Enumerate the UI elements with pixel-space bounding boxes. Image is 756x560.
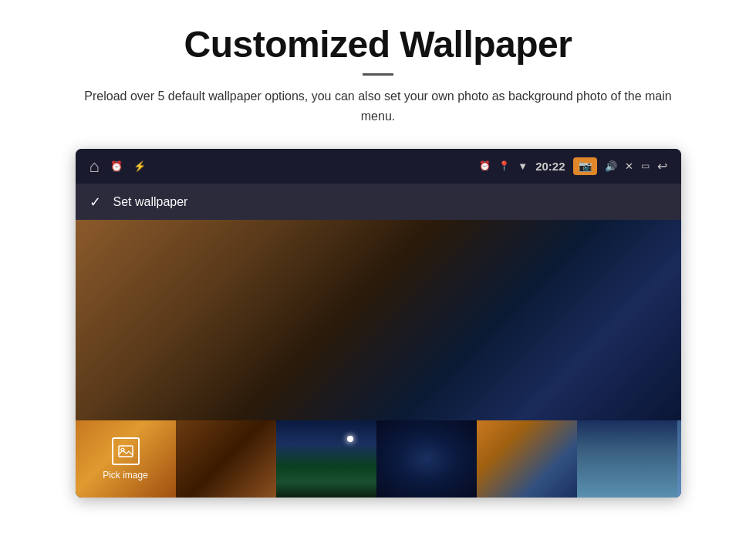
action-bar: ✓ Set wallpaper xyxy=(76,184,681,220)
device-screenshot: ⌂ ⏰ ⚡ ⏰ 📍 ▼ 20:22 📷 🔊 ✕ ▭ ↩ ✓ Set wallpa… xyxy=(76,149,681,498)
page-subtitle: Preload over 5 default wallpaper options… xyxy=(77,86,679,126)
back-icon: ↩ xyxy=(657,159,667,174)
status-bar: ⌂ ⏰ ⚡ ⏰ 📍 ▼ 20:22 📷 🔊 ✕ ▭ ↩ xyxy=(76,149,681,184)
alarm-icon: ⏰ xyxy=(110,160,123,173)
location-icon: 📍 xyxy=(498,160,510,172)
window-icon: ▭ xyxy=(641,160,650,172)
volume-icon: 🔊 xyxy=(605,160,617,173)
alarm-right-icon: ⏰ xyxy=(479,160,491,172)
wallpaper-thumb-2[interactable] xyxy=(276,420,376,498)
title-section: Customized Wallpaper Preload over 5 defa… xyxy=(77,23,679,126)
wallpaper-preview xyxy=(76,220,681,420)
status-time: 20:22 xyxy=(535,160,565,173)
page-wrapper: Customized Wallpaper Preload over 5 defa… xyxy=(0,0,756,560)
set-wallpaper-label: Set wallpaper xyxy=(113,195,188,209)
wallpaper-thumb-1[interactable] xyxy=(176,420,276,498)
wallpaper-thumb-4[interactable] xyxy=(477,420,577,498)
thumbnail-strip: Pick image xyxy=(76,420,681,498)
pick-image-label: Pick image xyxy=(103,470,148,481)
home-icon: ⌂ xyxy=(89,157,100,177)
svg-rect-0 xyxy=(119,446,133,457)
wifi-icon: ▼ xyxy=(518,160,528,173)
page-title: Customized Wallpaper xyxy=(77,23,679,66)
wallpaper-thumb-5[interactable] xyxy=(577,420,677,498)
usb-icon: ⚡ xyxy=(133,160,146,173)
close-icon: ✕ xyxy=(625,160,633,173)
pick-image-thumb[interactable]: Pick image xyxy=(76,420,176,498)
title-divider xyxy=(363,73,393,76)
wallpaper-thumb-partial[interactable] xyxy=(677,420,681,498)
pick-image-icon xyxy=(112,437,140,465)
wallpaper-thumb-3[interactable] xyxy=(376,420,477,498)
status-left: ⌂ ⏰ ⚡ xyxy=(89,157,146,177)
checkmark-icon: ✓ xyxy=(89,194,101,211)
camera-icon[interactable]: 📷 xyxy=(573,157,597,175)
status-right: ⏰ 📍 ▼ 20:22 📷 🔊 ✕ ▭ ↩ xyxy=(479,157,667,175)
